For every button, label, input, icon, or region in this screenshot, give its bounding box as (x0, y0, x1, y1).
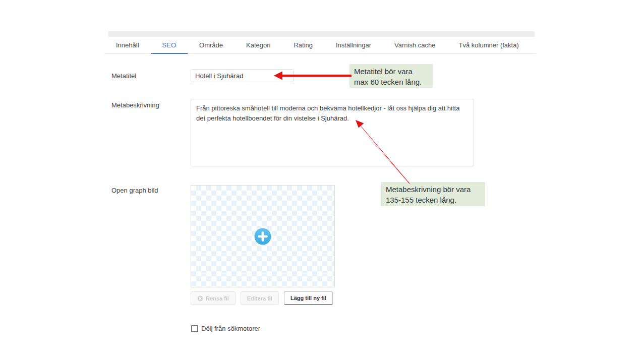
annotation-arrows (0, 0, 644, 362)
metatitel-label: Metatitel (111, 72, 136, 80)
clear-file-button[interactable]: Rensa fil (191, 291, 236, 305)
top-gray-bar (108, 31, 535, 37)
metabeskrivning-label: Metabeskrivning (111, 101, 159, 109)
x-in-circle-icon (197, 295, 203, 301)
open-graph-label: Open graph bild (111, 187, 158, 194)
plus-in-circle-icon[interactable] (254, 228, 271, 245)
tab-tva-kolumner-fakta[interactable]: Två kolumner (fakta) (447, 37, 531, 54)
open-graph-upload-area[interactable] (191, 185, 335, 287)
hide-from-search-engines-row: Dölj från sökmotorer (191, 325, 260, 332)
metatitel-input[interactable] (191, 69, 294, 82)
clear-file-label: Rensa fil (206, 295, 229, 301)
tab-innehall[interactable]: Innehåll (104, 37, 151, 54)
add-new-file-label: Lägg till ny fil (290, 295, 326, 301)
edit-file-label: Editera fil (247, 295, 272, 301)
tab-kategori[interactable]: Kategori (235, 37, 282, 54)
tab-bar: Innehåll SEO Område Kategori Rating Inst… (104, 37, 536, 54)
add-new-file-button[interactable]: Lägg till ny fil (284, 291, 333, 305)
tab-installningar[interactable]: Inställningar (324, 37, 383, 54)
page: Innehåll SEO Område Kategori Rating Inst… (0, 0, 644, 362)
hide-from-search-engines-label: Dölj från sökmotorer (201, 325, 260, 332)
metabeskrivning-textarea[interactable]: Från pittoreska småhotell till moderna o… (191, 99, 474, 166)
tab-omrade[interactable]: Område (188, 37, 235, 54)
tab-varnish-cache[interactable]: Varnish cache (383, 37, 447, 54)
tab-seo[interactable]: SEO (151, 37, 188, 54)
metatitel-annotation-note: Metatitel bör vara max 60 tecken lång. (349, 64, 433, 88)
file-button-row: Rensa fil Editera fil Lägg till ny fil (191, 291, 333, 305)
tab-rating[interactable]: Rating (282, 37, 324, 54)
edit-file-button[interactable]: Editera fil (241, 291, 279, 305)
metabeskrivning-annotation-note: Metabeskrivning bör vara 135-155 tecken … (381, 182, 485, 206)
hide-from-search-engines-checkbox[interactable] (191, 325, 198, 332)
